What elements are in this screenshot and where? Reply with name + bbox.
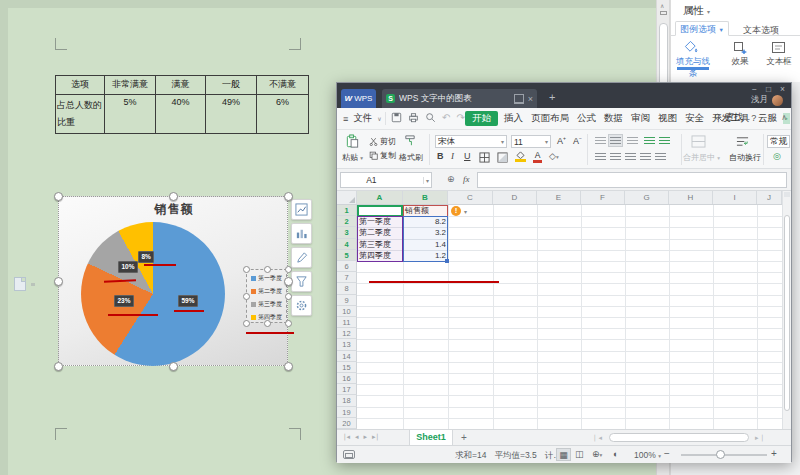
document-tab[interactable]: S WPS 文字中的图表 ×: [382, 89, 537, 108]
row-header-11[interactable]: 11: [337, 317, 357, 328]
hscroll-left-paddle[interactable]: ∣ ◂: [593, 434, 602, 442]
scrollbar-up-icon[interactable]: ∧: [660, 2, 664, 9]
chart-handle-w[interactable]: [54, 277, 63, 286]
row-header-14[interactable]: 14: [337, 351, 357, 362]
align-right-icon[interactable]: [625, 153, 636, 161]
collapse-ribbon-icon[interactable]: ∧: [781, 113, 787, 122]
chart-handle-se[interactable]: [284, 362, 293, 371]
textbox-button[interactable]: [771, 41, 786, 54]
row-header-3[interactable]: 3: [337, 227, 357, 238]
col-header-H[interactable]: H: [669, 191, 713, 204]
legend-handle[interactable]: [285, 293, 292, 300]
last-sheet-icon[interactable]: ▸∣: [372, 433, 379, 441]
increase-indent-icon[interactable]: [659, 137, 670, 145]
paste-button[interactable]: [345, 134, 360, 149]
col-header-F[interactable]: F: [581, 191, 625, 204]
close-tab-icon[interactable]: ×: [528, 94, 533, 104]
range-fill-handle[interactable]: [445, 259, 449, 263]
error-warning-badge[interactable]: !: [451, 206, 461, 216]
copy-button[interactable]: 复制: [369, 150, 396, 161]
fill-color-button[interactable]: [515, 151, 526, 162]
minimize-button[interactable]: −: [752, 84, 757, 94]
font-name-select[interactable]: 宋体▾: [435, 135, 507, 148]
tab-formulas[interactable]: 公式: [575, 111, 598, 126]
col-header-A[interactable]: A: [357, 191, 403, 204]
cell-shading-button[interactable]: [497, 152, 508, 163]
chart-handle-nw[interactable]: [54, 192, 63, 201]
first-sheet-icon[interactable]: ∣◂: [343, 433, 350, 441]
col-header-D[interactable]: D: [493, 191, 537, 204]
maximize-button[interactable]: □: [766, 84, 771, 94]
row-header-9[interactable]: 9: [337, 295, 357, 306]
column-headers[interactable]: ABCDEFGHIJ: [337, 191, 782, 205]
normal-view-icon[interactable]: ▦: [556, 448, 571, 461]
zoom-slider-knob[interactable]: [716, 450, 725, 459]
decrease-indent-icon[interactable]: [644, 137, 655, 145]
zoom-formula-icon[interactable]: ⊕: [447, 174, 455, 184]
font-color-button[interactable]: A: [533, 150, 542, 163]
legend-handle[interactable]: [264, 320, 271, 327]
row-header-13[interactable]: 13: [337, 339, 357, 350]
chart-handle-n[interactable]: [169, 192, 178, 201]
effects-button[interactable]: [733, 41, 747, 54]
tab-legend-options[interactable]: 图例选项 ▼: [675, 21, 729, 36]
wrap-text-icon[interactable]: [735, 135, 750, 148]
style-gallery-icon[interactable]: ◎: [773, 151, 781, 161]
fx-icon[interactable]: fx: [463, 174, 470, 184]
row-header-5[interactable]: 5: [337, 250, 357, 261]
page-icon[interactable]: [14, 277, 26, 291]
row-header-10[interactable]: 10: [337, 306, 357, 317]
tab-text-options[interactable]: 文本选项: [743, 24, 779, 37]
borders-button[interactable]: [479, 152, 490, 163]
chart-layout-button[interactable]: [291, 199, 312, 220]
chart-handle-s[interactable]: [169, 362, 178, 371]
prev-sheet-icon[interactable]: ◂: [355, 433, 359, 441]
zoom-out-button[interactable]: −: [664, 448, 670, 459]
row-header-15[interactable]: 15: [337, 362, 357, 373]
print-icon[interactable]: [408, 112, 419, 123]
textbox-label[interactable]: 文本框: [763, 56, 795, 68]
legend-handle[interactable]: [243, 266, 250, 273]
row-header-20[interactable]: 20: [337, 418, 357, 429]
chart-handle-ne[interactable]: [284, 192, 293, 201]
find-button[interactable]: 查找: [714, 111, 743, 124]
effects-label[interactable]: 效果: [728, 56, 752, 68]
macro-record-icon[interactable]: [343, 450, 355, 459]
legend-handle[interactable]: [264, 266, 271, 273]
align-distribute-icon[interactable]: [655, 153, 666, 161]
sheet-vscrollbar[interactable]: [782, 191, 791, 429]
underline-button[interactable]: U: [464, 151, 471, 161]
align-center-icon[interactable]: [610, 153, 621, 161]
col-header-G[interactable]: G: [625, 191, 669, 204]
tab-insert[interactable]: 插入: [502, 111, 525, 126]
pie-plot[interactable]: [81, 222, 225, 366]
embedded-pie-chart[interactable]: 销售额 59% 23% 10% 8% 第一季度 第二季度 第三季度 第四季度: [58, 196, 288, 366]
legend-handle[interactable]: [243, 293, 250, 300]
tab-home[interactable]: 开始: [465, 111, 498, 126]
font-size-select[interactable]: 11▾: [511, 135, 551, 148]
next-sheet-icon[interactable]: ▸: [364, 433, 368, 441]
col-header-J[interactable]: J: [757, 191, 782, 204]
col-header-C[interactable]: C: [448, 191, 493, 204]
row-header-6[interactable]: 6: [337, 261, 357, 272]
avatar[interactable]: [772, 95, 783, 106]
row-header-8[interactable]: 8: [337, 283, 357, 294]
help-button[interactable]: ?: [751, 113, 756, 123]
bold-button[interactable]: B: [437, 151, 444, 161]
sheet-hscrollbar-thumb[interactable]: [609, 433, 749, 442]
cut-button[interactable]: 剪切: [369, 136, 396, 147]
italic-button[interactable]: I: [451, 151, 454, 161]
clear-format-icon[interactable]: ◇▾: [549, 151, 559, 161]
ruler-toggle-icon[interactable]: [660, 11, 667, 15]
increase-font-icon[interactable]: A+: [557, 135, 566, 146]
select-all-corner[interactable]: [337, 191, 357, 204]
formula-input[interactable]: [477, 172, 787, 188]
col-header-B[interactable]: B: [403, 191, 448, 204]
more-menu-icon[interactable]: ⋮: [764, 113, 773, 123]
chart-style-brush-button[interactable]: [291, 247, 312, 268]
wps-home-button[interactable]: W WPS: [341, 89, 376, 108]
row-header-18[interactable]: 18: [337, 395, 357, 406]
align-bottom-icon[interactable]: [627, 137, 638, 145]
row-header-2[interactable]: 2: [337, 216, 357, 227]
align-top-icon[interactable]: [595, 137, 606, 145]
